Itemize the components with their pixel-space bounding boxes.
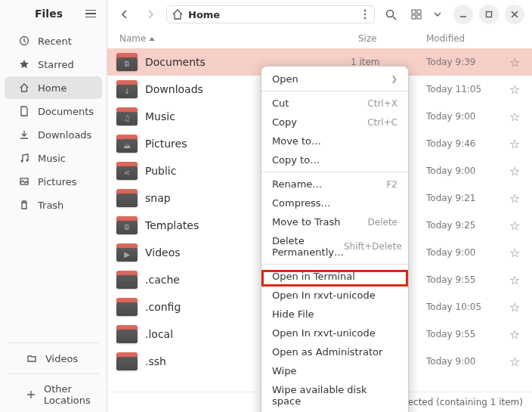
menu-item-open-in-rxvt-unicode[interactable]: Open In rxvt-unicode [261,286,408,305]
menu-item-delete-permanently[interactable]: Delete Permanently…Shift+Delete [261,231,408,262]
svg-rect-10 [417,10,421,14]
menu-item-open-in-terminal[interactable]: Open in Terminal [261,267,408,286]
plus-icon [26,389,36,401]
star-button[interactable]: ☆ [509,300,523,314]
sidebar-item-videos[interactable]: Videos [12,347,94,370]
minimize-button[interactable] [453,5,473,24]
folder-icon: ⛰ [116,135,138,153]
sidebar-section-2: Videos [8,342,99,370]
sidebar-item-label: Downloads [38,129,91,141]
menu-item-label: Open In rxvt-unicode [272,290,376,301]
search-button[interactable] [381,5,401,24]
menu-item-copy[interactable]: CopyCtrl+C [261,113,408,132]
star-button[interactable]: ☆ [509,82,523,97]
menu-item-wipe-available-disk-space[interactable]: Wipe available disk space [261,380,408,410]
menu-item-label: Hide File [272,308,314,320]
folder-icon [116,325,138,343]
sidebar-item-label: Music [38,153,66,164]
file-modified: Today 9:25 [426,220,502,231]
menu-item-copy-to[interactable]: Copy to… [261,150,408,169]
sidebar: Files RecentStarredHomeDocumentsDownload… [0,0,107,412]
menu-separator [261,264,408,265]
menu-item-label: Compress… [272,197,331,209]
star-button[interactable]: ☆ [509,355,523,369]
menu-item-wipe[interactable]: Wipe [261,361,408,380]
star-button[interactable]: ☆ [509,110,523,124]
menu-item-rename[interactable]: Rename…F2 [261,175,408,194]
svg-point-4 [364,10,366,11]
column-header-size[interactable]: Size [358,33,426,44]
folder-icon: ▶ [116,243,138,262]
star-button[interactable]: ☆ [509,273,523,287]
kebab-icon [360,9,370,20]
file-modified: Today 9:00 [426,166,502,176]
menu-item-hide-file[interactable]: Hide File [261,305,408,324]
sidebar-item-documents[interactable]: Documents [5,100,102,122]
menu-item-move-to[interactable]: Move to… [261,132,408,150]
star-button[interactable]: ☆ [509,164,523,178]
sidebar-list: RecentStarredHomeDocumentsDownloadsMusic… [0,26,107,339]
menu-separator [261,172,408,172]
sidebar-item-starred[interactable]: Starred [5,53,102,76]
sidebar-item-label: Home [38,82,66,94]
sidebar-item-trash[interactable]: Trash [5,194,102,216]
close-icon [511,11,518,18]
trash-icon [18,199,30,211]
view-dropdown-button[interactable] [428,5,447,24]
svg-rect-12 [417,15,421,19]
doc-icon [18,105,30,117]
toolbar: Home [107,0,532,29]
context-menu: Open❯CutCtrl+XCopyCtrl+CMove to…Copy to…… [261,66,409,412]
column-header-modified[interactable]: Modified [426,33,502,44]
forward-button[interactable] [141,5,160,24]
pictures-icon [18,175,30,187]
menu-item-label: Open In rxvt-unicode [272,327,376,339]
home-icon [172,8,184,20]
sidebar-item-home[interactable]: Home [5,76,102,99]
folder-icon: 🗎 [116,216,138,234]
grid-icon [411,9,422,20]
columns-header: Name Size Modified [107,29,532,48]
sidebar-item-label: Trash [38,200,63,211]
sidebar-item-pictures[interactable]: Pictures [5,170,102,193]
chevron-left-icon [120,10,129,19]
menu-item-compress[interactable]: Compress… [261,194,408,212]
star-button[interactable]: ☆ [509,137,523,151]
menu-item-label: Rename… [272,178,322,190]
hamburger-icon[interactable] [85,10,96,18]
sort-asc-icon [149,37,155,41]
sidebar-item-recent[interactable]: Recent [5,29,102,52]
maximize-button[interactable] [479,5,499,24]
menu-item-shortcut: F2 [386,179,397,190]
star-button[interactable]: ☆ [509,191,523,206]
menu-item-move-to-trash[interactable]: Move to TrashDelete [261,212,408,231]
star-button[interactable]: ☆ [509,218,523,233]
star-button[interactable]: ☆ [509,327,523,342]
close-button[interactable] [505,5,524,24]
menu-item-label: Move to… [272,135,321,147]
star-button[interactable]: ☆ [509,55,523,70]
pathbar-menu-button[interactable] [360,9,370,20]
menu-item-open-as-administrator[interactable]: Open as Administrator [261,342,408,361]
clock-icon [18,35,30,47]
menu-item-cut[interactable]: CutCtrl+X [261,94,408,113]
menu-item-open[interactable]: Open❯ [261,70,408,88]
sidebar-item-downloads[interactable]: Downloads [5,123,102,146]
folder-icon [116,352,138,370]
pathbar[interactable]: Home [166,5,375,23]
grid-view-button[interactable] [407,5,426,24]
star-button[interactable]: ☆ [509,246,523,260]
back-button[interactable] [115,5,135,24]
view-mode-group [407,5,447,24]
svg-point-1 [21,160,23,163]
column-header-name[interactable]: Name [119,33,358,44]
file-modified: Today 9:46 [426,138,502,149]
file-modified: Today 9:21 [426,193,502,203]
sidebar-item-other-locations[interactable]: Other Locations [12,378,94,411]
sidebar-item-music[interactable]: Music [5,147,102,169]
menu-item-open-in-rxvt-unicode[interactable]: Open In rxvt-unicode [261,324,408,342]
minimize-icon [459,11,467,18]
chevron-right-icon [146,10,155,19]
maximize-icon [485,11,493,18]
chevron-down-icon [434,11,441,18]
